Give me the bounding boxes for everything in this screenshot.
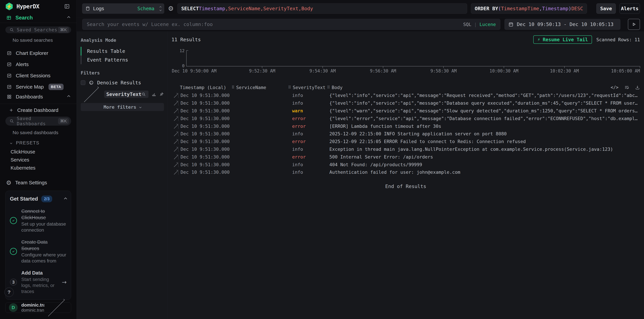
sidebar-nav-item[interactable]: Chart Explorer <box>0 48 76 59</box>
expand-row-icon[interactable] <box>172 141 178 142</box>
table-row[interactable]: Dec 10 9:51:30.000 AM info 2025-12-09 22… <box>172 130 640 138</box>
code-view-icon[interactable]: </> <box>610 85 618 90</box>
preset-item[interactable]: Kubernetes <box>0 164 76 172</box>
orderby-clause-input[interactable]: ORDER BY (TimestampTime, Timestamp) DESC <box>471 3 587 14</box>
pin-icon[interactable] <box>159 92 164 97</box>
denoise-checkbox[interactable] <box>81 80 86 85</box>
saved-searches-input[interactable]: Saved Searches ⌘K <box>5 26 71 33</box>
sql-token: SELECT <box>181 6 199 11</box>
chevron-up-icon[interactable] <box>67 95 70 98</box>
table-row[interactable]: Dec 10 9:51:30.000 AM info Authenticatio… <box>172 168 640 176</box>
table-row[interactable]: Dec 10 9:51:30.000 AM error {"level":"er… <box>172 115 640 122</box>
chevron-up-icon[interactable] <box>64 197 67 200</box>
expand-row-icon[interactable] <box>172 171 178 173</box>
expand-row-icon[interactable] <box>172 118 178 119</box>
sidebar-item-team-settings[interactable]: ⚙ Team Settings <box>0 179 76 187</box>
x-tick-label: 10:02:30 AM <box>550 68 579 73</box>
cell-timestamp: Dec 10 9:51:30.000 AM <box>178 108 232 113</box>
column-header-severitytext[interactable]: SeverityText <box>293 85 326 90</box>
table-row[interactable]: Dec 10 9:51:30.000 AM error 2025-12-09 2… <box>172 138 640 145</box>
saved-dashboards-placeholder: Saved Dashboards <box>17 116 58 126</box>
save-button[interactable]: Save <box>596 3 616 14</box>
download-icon[interactable] <box>635 85 640 90</box>
no-saved-searches-text: No saved searches <box>0 37 76 43</box>
wrap-lines-icon[interactable] <box>624 85 629 90</box>
user-email: dominic.tran@clickh... <box>21 308 44 313</box>
sql-toggle[interactable]: SQL <box>463 22 471 27</box>
bolt-icon: ⚡ <box>537 37 540 42</box>
expand-row-icon[interactable] <box>172 148 178 150</box>
table-row[interactable]: Dec 10 9:51:30.000 AM info {"level":"inf… <box>172 99 640 107</box>
source-select[interactable]: Logs Schema <box>82 3 164 14</box>
select-chevrons-icon <box>160 6 161 11</box>
team-settings-label: Team Settings <box>15 180 47 186</box>
chevron-up-icon[interactable] <box>67 16 70 19</box>
user-menu[interactable]: D dominic.tran@clic... dominic.tran@clic… <box>5 303 71 313</box>
source-settings-gear-icon[interactable]: ⚙ <box>168 5 174 12</box>
column-header-timestamp[interactable]: Timestamp (Local) <box>180 85 226 90</box>
cell-body: {"level":"info","service":"api","message… <box>327 100 640 106</box>
drag-handle-icon[interactable]: ⠿ <box>327 85 330 90</box>
drag-handle-icon[interactable]: ⠿ <box>288 85 291 90</box>
get-started-step[interactable]: 3 Add Data Start sending logs, metrics, … <box>10 270 66 295</box>
sidebar-nav-item[interactable]: Service Map BETA <box>0 81 76 93</box>
expand-row-icon[interactable] <box>172 156 178 158</box>
get-started-step[interactable]: Create Data Sources Configure where your… <box>10 239 66 264</box>
preset-item[interactable]: Services <box>0 156 76 164</box>
create-dashboard-label: Create Dashboard <box>17 107 58 113</box>
expand-row-icon[interactable] <box>172 125 178 127</box>
user-name: dominic.tran@clic... <box>21 303 44 308</box>
expand-row-icon[interactable] <box>172 164 178 165</box>
denoise-results-option[interactable]: Denoise Results <box>81 80 164 85</box>
chevron-down-icon <box>10 142 12 144</box>
cell-timestamp: Dec 10 9:51:30.000 AM <box>178 154 232 159</box>
table-row[interactable]: Dec 10 9:51:30.000 AM error [ERROR] Lamb… <box>172 122 640 130</box>
sidebar-nav-item[interactable]: Alerts <box>0 59 76 70</box>
collapse-sidebar-icon[interactable] <box>64 3 70 9</box>
saved-dashboards-input[interactable]: Saved Dashboards ⌘K <box>5 117 71 126</box>
table-row[interactable]: Dec 10 9:51:30.000 AM warn {"level":"war… <box>172 107 640 115</box>
expand-row-icon[interactable] <box>172 110 178 111</box>
more-filters-button[interactable]: More filters <box>81 103 164 111</box>
select-clause-input[interactable]: SELECT Timestamp,ServiceName,SeverityTex… <box>177 3 467 14</box>
event-search-input[interactable]: Search your events w/ Lucene ex. column:… <box>82 19 500 30</box>
results-histogram[interactable]: 12 0 Dec 10 9:50:00 AM9:52:30 AM9:54:30 … <box>172 45 640 78</box>
table-row[interactable]: Dec 10 9:51:30.000 AM info Exception in … <box>172 145 640 153</box>
get-started-step[interactable]: Connect to ClickHouse Set up your databa… <box>10 208 66 233</box>
preset-item[interactable]: ClickHouse <box>0 148 76 156</box>
sidebar-item-search[interactable]: Search <box>0 13 76 23</box>
presets-toggle[interactable]: PRESETS <box>0 140 76 146</box>
search-icon <box>10 27 14 32</box>
analysis-mode-tab[interactable]: Results Table <box>81 47 164 55</box>
sidebar-nav-item[interactable]: Client Sessions <box>0 70 76 81</box>
create-dashboard-button[interactable]: + Create Dashboard <box>0 106 76 115</box>
resume-live-tail-button[interactable]: ⚡ Resume Live Tail <box>533 35 592 44</box>
table-row[interactable]: Dec 10 9:51:30.000 AM info {"level":"inf… <box>172 92 640 99</box>
expand-row-icon[interactable] <box>172 102 178 104</box>
denoise-label: Denoise Results <box>97 80 141 85</box>
sidebar-item-dashboards[interactable]: Dashboards <box>0 93 76 101</box>
drag-handle-icon[interactable]: ⠿ <box>232 85 234 90</box>
run-query-button[interactable] <box>628 19 640 30</box>
hyperdx-logo-icon: ⚡ <box>5 2 13 10</box>
date-range-picker[interactable]: Dec 10 09:50:13 - Dec 10 10:05:13 <box>504 19 620 30</box>
expand-row-icon[interactable] <box>172 95 178 96</box>
search-icon[interactable] <box>142 92 146 96</box>
severity-filter-field[interactable]: SeverityText <box>104 91 148 98</box>
help-button[interactable]: ? <box>4 288 14 297</box>
analysis-mode-tab[interactable]: Event Patterns <box>81 55 164 64</box>
toggle-divider: | <box>474 22 477 27</box>
table-row[interactable]: Dec 10 9:51:30.000 AM error 500 Internal… <box>172 153 640 161</box>
cell-timestamp: Dec 10 9:51:30.000 AM <box>178 139 232 144</box>
bar-chart-icon[interactable] <box>152 92 156 97</box>
expand-row-icon[interactable] <box>172 133 178 134</box>
alerts-button[interactable]: Alerts <box>620 3 640 14</box>
chevron-right-icon[interactable] <box>83 86 99 102</box>
lucene-toggle[interactable]: Lucene <box>480 22 496 27</box>
cell-timestamp: Dec 10 9:51:30.000 AM <box>178 162 232 167</box>
arrow-right-icon[interactable]: → <box>62 279 67 286</box>
column-header-servicename[interactable]: ServiceName <box>236 85 266 90</box>
column-header-body[interactable]: Body <box>332 85 343 90</box>
cell-severity: info <box>288 93 327 98</box>
table-row[interactable]: Dec 10 9:51:30.000 AM info 404 Not Found… <box>172 161 640 168</box>
